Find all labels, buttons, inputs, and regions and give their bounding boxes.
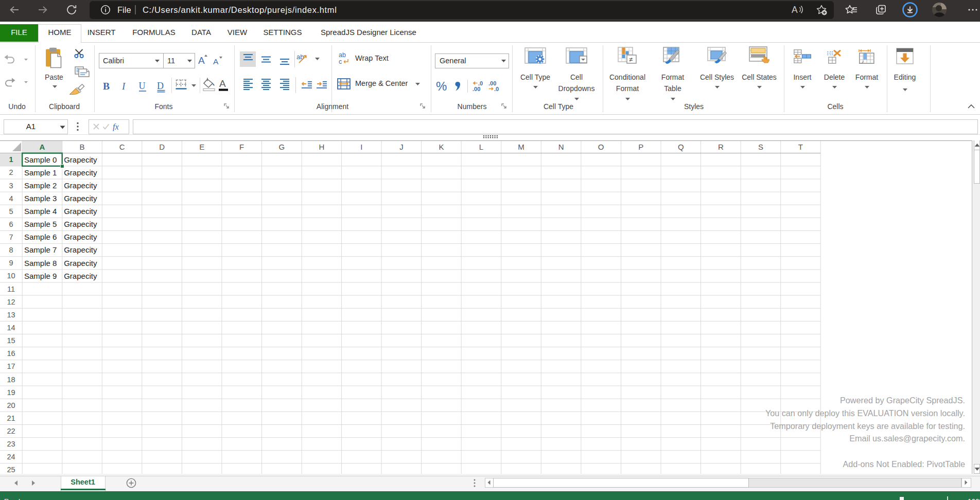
svg-text:D: D xyxy=(157,81,164,91)
svg-text:N: N xyxy=(558,142,564,151)
svg-text:D: D xyxy=(159,142,165,151)
svg-text:15: 15 xyxy=(7,336,15,345)
svg-text:H: H xyxy=(319,142,324,151)
svg-text:11: 11 xyxy=(7,285,15,293)
svg-text:17: 17 xyxy=(7,362,15,370)
svg-text:Q: Q xyxy=(678,142,684,151)
svg-text:J: J xyxy=(399,142,404,151)
svg-text:Grapecity: Grapecity xyxy=(64,233,97,241)
svg-text:3: 3 xyxy=(9,182,13,190)
svg-text:Grapecity: Grapecity xyxy=(64,220,97,228)
svg-text:Grapecity: Grapecity xyxy=(64,207,97,216)
svg-text:fx: fx xyxy=(113,122,119,131)
svg-text:E: E xyxy=(199,142,204,151)
svg-text:A: A xyxy=(40,142,45,151)
svg-text:Grapecity: Grapecity xyxy=(64,259,97,267)
svg-text:Grapecity: Grapecity xyxy=(64,245,97,254)
svg-text:6: 6 xyxy=(9,220,13,228)
svg-text:.00: .00 xyxy=(472,86,480,92)
svg-text:F: F xyxy=(239,142,244,151)
svg-text:c: c xyxy=(339,58,342,65)
svg-text:Grapecity: Grapecity xyxy=(64,194,97,203)
svg-text:C: C xyxy=(119,142,125,151)
svg-text:14: 14 xyxy=(7,324,15,332)
svg-text:Sample 5: Sample 5 xyxy=(24,220,57,228)
svg-text:2: 2 xyxy=(9,168,13,176)
svg-text:Sample 6: Sample 6 xyxy=(24,233,57,241)
svg-text:G: G xyxy=(278,142,285,151)
svg-text:B: B xyxy=(79,142,84,151)
svg-text:P: P xyxy=(638,142,643,151)
svg-text:A: A xyxy=(213,57,219,66)
svg-text:T: T xyxy=(798,142,803,151)
svg-text:Grapecity: Grapecity xyxy=(64,168,97,177)
svg-text:12: 12 xyxy=(7,298,15,306)
svg-text:Grapecity: Grapecity xyxy=(64,272,97,280)
svg-text:M: M xyxy=(518,142,524,151)
svg-text:16: 16 xyxy=(7,349,15,358)
svg-text:Sample 9: Sample 9 xyxy=(24,272,57,280)
svg-text:7: 7 xyxy=(9,233,13,241)
svg-text:10: 10 xyxy=(7,272,15,280)
svg-text:.0: .0 xyxy=(494,86,499,92)
svg-text:Sample 7: Sample 7 xyxy=(24,245,57,254)
svg-text:R: R xyxy=(718,142,724,151)
svg-text:Grapecity: Grapecity xyxy=(64,181,97,190)
svg-text:22: 22 xyxy=(7,427,15,435)
svg-text:13: 13 xyxy=(7,311,15,319)
svg-text:Sample 3: Sample 3 xyxy=(24,194,57,203)
svg-text:Sample 1: Sample 1 xyxy=(24,168,57,177)
svg-text:I: I xyxy=(121,81,126,92)
svg-text:U: U xyxy=(139,81,146,91)
svg-text:A: A xyxy=(792,5,798,15)
svg-text:23: 23 xyxy=(7,440,15,448)
svg-text:Grapecity: Grapecity xyxy=(64,155,97,164)
svg-text:Sample 0: Sample 0 xyxy=(24,155,57,164)
svg-text:19: 19 xyxy=(7,388,15,397)
svg-text:I: I xyxy=(360,142,362,151)
svg-text:18: 18 xyxy=(7,376,15,384)
svg-text:25: 25 xyxy=(7,466,15,474)
svg-text:A: A xyxy=(198,55,205,66)
svg-text:4: 4 xyxy=(9,194,13,203)
svg-text:A: A xyxy=(219,78,226,89)
svg-text:≠: ≠ xyxy=(629,56,633,63)
svg-text:9: 9 xyxy=(9,259,13,267)
svg-text:L: L xyxy=(479,142,483,151)
svg-text:20: 20 xyxy=(7,401,15,409)
svg-text:%: % xyxy=(436,80,447,93)
svg-text:21: 21 xyxy=(7,414,15,422)
svg-text:B: B xyxy=(103,81,110,92)
svg-text:Sample 8: Sample 8 xyxy=(24,259,57,267)
svg-text:Sample 4: Sample 4 xyxy=(24,207,57,216)
svg-text:O: O xyxy=(598,142,604,151)
svg-text:S: S xyxy=(758,142,763,151)
svg-text:5: 5 xyxy=(9,207,13,216)
svg-text:Sample 2: Sample 2 xyxy=(24,181,57,190)
svg-text:24: 24 xyxy=(7,453,15,461)
svg-text:K: K xyxy=(439,142,444,151)
svg-text:8: 8 xyxy=(9,246,13,254)
svg-text:1: 1 xyxy=(9,155,13,164)
